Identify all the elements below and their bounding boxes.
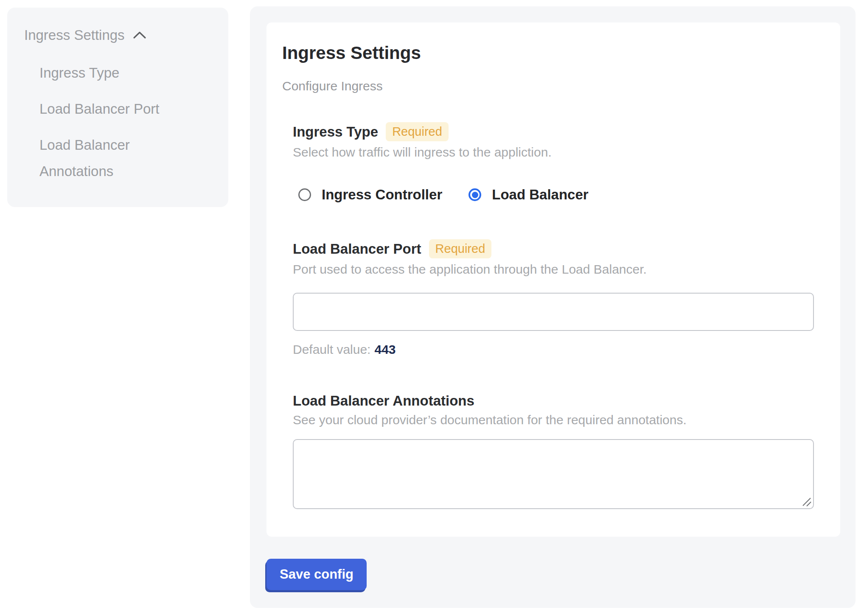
ingress-type-options: Ingress Controller Load Balancer [298, 186, 813, 203]
required-badge: Required [386, 122, 449, 141]
ingress-settings-card: Ingress Settings Configure Ingress Ingre… [266, 22, 840, 537]
lb-port-description: Port used to access the application thro… [293, 262, 813, 277]
ingress-type-label: Ingress Type [293, 124, 378, 140]
lb-annotations-textarea-wrap [293, 439, 814, 509]
sidebar-item-list: Ingress Type Load Balancer Port Load Bal… [39, 60, 216, 185]
sidebar-item-ingress-type[interactable]: Ingress Type [39, 60, 192, 86]
sidebar-section-header[interactable]: Ingress Settings [24, 25, 216, 45]
radio-option-ingress-controller[interactable]: Ingress Controller [298, 186, 442, 203]
save-config-button[interactable]: Save config [266, 559, 367, 590]
lb-port-label: Load Balancer Port [293, 241, 421, 257]
settings-nav-sidebar: Ingress Settings Ingress Type Load Balan… [7, 8, 228, 207]
sidebar-section-title: Ingress Settings [24, 25, 125, 45]
default-value-label: Default value: [293, 342, 370, 356]
lb-annotations-section: Load Balancer Annotations See your cloud… [293, 393, 813, 427]
sidebar-item-load-balancer-port[interactable]: Load Balancer Port [39, 96, 192, 122]
chevron-up-icon [132, 30, 147, 40]
settings-main-panel: Ingress Settings Configure Ingress Ingre… [250, 6, 856, 608]
page-subtitle: Configure Ingress [282, 78, 813, 93]
radio-label: Ingress Controller [322, 186, 442, 203]
default-value: 443 [374, 342, 396, 356]
lb-annotations-label: Load Balancer Annotations [293, 393, 474, 409]
radio-selected-icon[interactable] [468, 188, 481, 201]
lb-annotations-description: See your cloud provider’s documentation … [293, 412, 813, 427]
radio-label: Load Balancer [492, 186, 588, 203]
lb-port-input[interactable] [293, 293, 814, 331]
sidebar-item-load-balancer-annotations[interactable]: Load Balancer Annotations [39, 132, 192, 185]
lb-annotations-textarea[interactable] [293, 439, 814, 509]
required-badge: Required [429, 239, 492, 258]
ingress-type-section: Ingress Type Required Select how traffic… [293, 122, 813, 160]
page-title: Ingress Settings [282, 43, 813, 63]
radio-unselected-icon[interactable] [298, 188, 311, 201]
lb-port-section: Load Balancer Port Required Port used to… [293, 239, 813, 277]
radio-option-load-balancer[interactable]: Load Balancer [468, 186, 588, 203]
lb-port-default-row: Default value:443 [293, 342, 813, 357]
ingress-type-description: Select how traffic will ingress to the a… [293, 145, 813, 160]
